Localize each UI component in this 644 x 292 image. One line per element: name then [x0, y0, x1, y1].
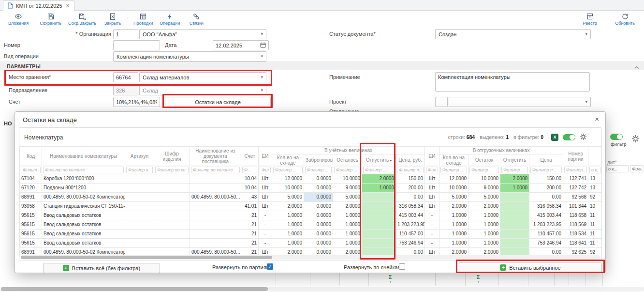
operations-button[interactable]: Операции — [156, 11, 183, 27]
column-header[interactable]: Кол-во на складе — [272, 154, 304, 166]
cell[interactable]: 68991 — [20, 193, 42, 202]
cell[interactable]: 21 — [241, 230, 259, 239]
cell[interactable]: 1.0000 — [333, 211, 362, 220]
cell[interactable]: 1.0000 — [468, 239, 500, 248]
cell[interactable] — [500, 239, 529, 248]
cell[interactable]: Шт — [425, 193, 439, 202]
cell[interactable]: 101 344 — [563, 202, 588, 211]
cell[interactable]: 132 741 — [563, 174, 588, 184]
cell[interactable]: 150.00 — [396, 174, 425, 184]
cell[interactable]: 1 203 223.95 — [529, 220, 563, 230]
cell[interactable] — [154, 174, 190, 184]
expand-batches-checkbox[interactable]: ✓ — [267, 263, 273, 270]
cell[interactable]: 2.0000 — [439, 202, 468, 211]
column-filter-input[interactable] — [530, 167, 562, 173]
cell[interactable]: 1.0000 — [333, 230, 362, 239]
cell[interactable]: 95615 — [20, 211, 42, 220]
cell[interactable]: 2.0000 — [362, 174, 396, 184]
table-row[interactable]: 95615Ввод сальдовых остатков21-1.00000.0… — [20, 239, 602, 248]
column-header[interactable]: Наименование из документа поставщика — [190, 147, 241, 166]
cell[interactable]: 2.0000 — [272, 202, 304, 211]
column-header[interactable]: Счет — [241, 147, 259, 166]
operation-type-select[interactable]: Комплектация номенклатуры ▾ — [113, 51, 266, 61]
document-tab[interactable]: КМН от 12.02.2025 × — [3, 0, 74, 11]
cell[interactable]: 10.04 — [241, 184, 259, 193]
cell[interactable]: 1.0000 — [333, 220, 362, 230]
cell[interactable]: 118 534 — [563, 230, 588, 239]
cell[interactable]: 21 — [241, 211, 259, 220]
cell[interactable]: 2.0000 — [468, 202, 500, 211]
cell[interactable]: Ввод сальдовых остатков — [42, 220, 125, 230]
cell[interactable] — [125, 193, 154, 202]
cell[interactable]: 1.0000 — [272, 211, 304, 220]
insert-all-button[interactable]: + Вставить всё (без фильтра) — [43, 263, 160, 273]
cell[interactable]: 415 003.44 — [396, 211, 425, 220]
cell[interactable] — [362, 239, 396, 248]
storage-code-input[interactable] — [113, 72, 138, 82]
cell[interactable]: 316 058.34 — [529, 202, 563, 211]
cell[interactable] — [125, 220, 154, 230]
cell[interactable] — [154, 220, 190, 230]
column-filter-input[interactable] — [564, 167, 587, 173]
cell[interactable] — [500, 230, 529, 239]
registry-button[interactable]: Реестр — [577, 11, 603, 27]
cell[interactable]: - — [259, 230, 272, 239]
refresh-button[interactable]: Обновить — [612, 11, 638, 27]
cell[interactable] — [154, 239, 190, 248]
storage-select[interactable]: Склад материалов ▾ — [139, 72, 266, 82]
cell[interactable] — [190, 220, 241, 230]
cell[interactable] — [190, 184, 241, 193]
cell[interactable]: 13 — [588, 174, 601, 184]
cell[interactable]: 0.00 — [396, 193, 425, 202]
column-header[interactable] — [588, 147, 601, 166]
number-input[interactable] — [113, 40, 160, 50]
cell[interactable]: 9.0000 — [333, 184, 362, 193]
cell[interactable] — [154, 211, 190, 220]
column-filter-input[interactable] — [469, 167, 499, 173]
cell[interactable] — [125, 211, 154, 220]
column-filter-input[interactable] — [126, 167, 153, 173]
cell[interactable]: 150.00 — [529, 174, 563, 184]
cell[interactable]: - — [259, 239, 272, 248]
cell[interactable]: 5.0000 — [272, 193, 304, 202]
cell[interactable] — [154, 184, 190, 193]
page-horizontal-scrollbar[interactable] — [0, 287, 644, 292]
cell[interactable]: 132 742 — [563, 184, 588, 193]
column-header[interactable]: Остаток — [468, 154, 500, 166]
cell[interactable]: 12.0000 — [439, 174, 468, 184]
cell[interactable]: 21 — [241, 220, 259, 230]
scrollbar-thumb[interactable] — [1, 287, 268, 291]
cell[interactable]: 200.00 — [529, 184, 563, 193]
filter-toggle[interactable] — [563, 134, 575, 140]
cell[interactable]: 118 641 — [563, 239, 588, 248]
expand-cells-checkbox[interactable] — [399, 263, 405, 270]
save-close-button[interactable]: Сохр.Закрыть — [65, 11, 100, 27]
column-header[interactable]: ЕИ — [425, 147, 439, 166]
cell[interactable]: Шт — [259, 184, 272, 193]
column-filter-input[interactable] — [191, 167, 240, 173]
cell[interactable]: 1.0000 — [468, 211, 500, 220]
cell[interactable]: Шт — [259, 193, 272, 202]
cell[interactable]: 13 — [588, 184, 601, 193]
cell[interactable]: 000.4859. 80.000-50... — [190, 193, 241, 202]
cell[interactable]: 0.0000 — [304, 193, 333, 202]
cell[interactable]: 0.0000 — [304, 230, 333, 239]
cell[interactable]: 95615 — [20, 220, 42, 230]
column-header[interactable]: ЕИ — [259, 147, 272, 166]
cell[interactable]: 0.0000 — [304, 184, 333, 193]
cell[interactable]: 1.0000 — [439, 230, 468, 239]
cell[interactable]: 1.0000 — [333, 239, 362, 248]
cell[interactable]: 11 — [588, 230, 601, 239]
scrollbar-thumb[interactable] — [21, 256, 272, 259]
column-header[interactable]: Шифр изделия — [154, 147, 190, 166]
cell[interactable]: 0.0000 — [304, 174, 333, 184]
cell[interactable] — [500, 193, 529, 202]
cell[interactable] — [190, 202, 241, 211]
cell[interactable]: 10.04 — [241, 174, 259, 184]
cell[interactable]: 9.0000 — [468, 184, 500, 193]
cell[interactable]: 92 — [588, 193, 601, 202]
cell[interactable]: Ввод сальдовых остатков — [42, 211, 125, 220]
cell[interactable] — [125, 184, 154, 193]
organization-select[interactable]: ООО "Альфа" ▾ — [139, 29, 266, 39]
cell[interactable]: 12.0000 — [272, 174, 304, 184]
